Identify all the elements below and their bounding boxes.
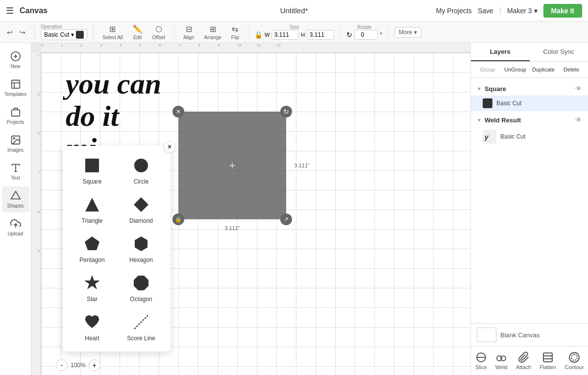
svg-marker-19: [134, 276, 148, 290]
shape-triangle[interactable]: Triangle: [71, 193, 114, 226]
lock-aspect-icon[interactable]: 🔒: [254, 31, 263, 39]
contour-tool[interactable]: Contour: [561, 350, 588, 372]
right-panel-bottom: Blank Canvas: [471, 323, 588, 346]
resize-handle[interactable]: ↗: [280, 213, 292, 225]
shape-pentagon[interactable]: Pentagon: [71, 232, 114, 265]
octagon-icon: [131, 273, 151, 293]
ungroup-button[interactable]: UnGroup: [502, 65, 528, 74]
svg-rect-26: [543, 353, 552, 362]
contour-label: Contour: [564, 364, 584, 370]
slice-tool[interactable]: Slice: [471, 350, 491, 372]
right-panel: Layers Color Sync Group UnGroup Duplicat…: [470, 43, 588, 375]
separator3: [174, 26, 174, 38]
arrange-button[interactable]: ⊞ Arrange: [201, 23, 224, 42]
chevron-down-icon: ▾: [71, 31, 74, 38]
ruler-tick: 3: [38, 92, 40, 96]
eye-icon[interactable]: 👁: [575, 85, 582, 93]
sidebar-item-text[interactable]: Text: [2, 159, 29, 185]
pentagon-icon: [82, 234, 102, 254]
right-panel-tabs: Layers Color Sync: [471, 43, 588, 62]
separator4: [248, 26, 248, 38]
more-button[interactable]: More ▾: [394, 27, 421, 38]
shape-scoreline[interactable]: Score Line: [120, 310, 163, 344]
shape-star[interactable]: Star: [71, 271, 114, 305]
ruler-left: 1 3 5 7 8 9: [31, 53, 41, 375]
separator6: [388, 26, 389, 38]
blank-canvas-label: Blank Canvas: [500, 331, 539, 339]
align-icon: ⊟: [186, 24, 192, 34]
sidebar-item-upload[interactable]: Upload: [2, 214, 29, 240]
eye-icon-2[interactable]: 👁: [575, 116, 582, 124]
shape-circle[interactable]: Circle: [120, 154, 163, 187]
save-button[interactable]: Save: [478, 7, 493, 15]
my-projects-button[interactable]: My Projects: [436, 7, 472, 15]
size-label: Size: [290, 24, 299, 30]
menu-button[interactable]: ☰: [6, 5, 14, 16]
weld-tool[interactable]: Weld: [491, 350, 512, 372]
tab-layers[interactable]: Layers: [471, 43, 530, 61]
triangle-icon: [82, 195, 102, 214]
topbar-right: My Projects Save | Maker 3 ▾ Make It: [436, 4, 582, 18]
sidebar-item-projects[interactable]: Projects: [2, 103, 29, 129]
select-all-button[interactable]: ⊞ Select All: [99, 23, 125, 42]
layer-group-square-header[interactable]: ▼ Square 👁: [471, 82, 588, 95]
canvas-container[interactable]: 0 1 2 3 4 5 6 7 8 9 10 11 12 1 3 5 7 8: [31, 43, 470, 375]
shape-square[interactable]: Square: [71, 154, 114, 187]
flatten-label: Flatten: [539, 364, 556, 370]
offset-button[interactable]: ⬡ Offset: [149, 23, 169, 42]
svg-marker-17: [135, 236, 147, 251]
layer-group-weld-name: Weld Result: [485, 117, 572, 124]
shape-hexagon-label: Hexagon: [129, 257, 153, 263]
size-label-right: 3.111": [293, 162, 312, 169]
layer-item-weld-basiccut[interactable]: y Basic Cut: [471, 127, 588, 146]
shape-hexagon[interactable]: Hexagon: [120, 232, 163, 265]
toolbar: ↩ ↪ Operation Basic Cut ▾ ⊞ Select All ✏…: [0, 22, 588, 43]
layer-item-square-basiccut[interactable]: Basic Cut: [471, 95, 588, 111]
flatten-tool[interactable]: Flatten: [536, 350, 560, 372]
attach-icon: [518, 352, 530, 363]
sidebar-item-new[interactable]: New: [2, 47, 29, 73]
sidebar-item-templates-label: Templates: [4, 92, 27, 97]
ruler-tick: 4: [120, 43, 122, 47]
shape-heart[interactable]: Heart: [71, 310, 114, 344]
shape-circle-label: Circle: [134, 178, 149, 185]
collapse-arrow-icon-2: ▼: [477, 117, 482, 123]
tab-color-sync[interactable]: Color Sync: [530, 43, 588, 61]
redo-button[interactable]: ↪: [17, 26, 28, 38]
height-input[interactable]: [307, 30, 334, 40]
zoom-out-button[interactable]: -: [56, 359, 68, 371]
flip-button[interactable]: ⇆ Flip: [228, 23, 242, 42]
svg-marker-18: [84, 275, 100, 289]
svg-marker-16: [85, 236, 99, 250]
zoom-controls: - 100% +: [56, 359, 100, 371]
flatten-icon: [542, 352, 554, 363]
undo-button[interactable]: ↩: [4, 26, 16, 38]
sidebar-item-images[interactable]: Images: [2, 131, 29, 157]
align-button[interactable]: ⊟ Align: [180, 23, 197, 42]
width-input[interactable]: [271, 30, 299, 40]
operation-select[interactable]: Basic Cut ▾: [41, 29, 87, 40]
shapes-panel-close[interactable]: ✕: [164, 141, 175, 153]
sidebar-item-shapes[interactable]: Shapes: [2, 187, 29, 212]
shape-octagon[interactable]: Octagon: [120, 271, 163, 305]
shape-diamond[interactable]: Diamond: [120, 193, 163, 226]
svg-text:y: y: [484, 133, 489, 141]
left-sidebar: New Templates Projects Images Text Shape…: [0, 43, 31, 375]
size-inputs: 🔒 W H: [254, 30, 334, 40]
make-it-button[interactable]: Make It: [543, 4, 582, 18]
duplicate-button[interactable]: Duplicate: [530, 65, 557, 74]
delete-button[interactable]: Delete: [559, 65, 584, 74]
sidebar-item-templates[interactable]: Templates: [2, 75, 29, 101]
rotate-input[interactable]: [354, 30, 378, 40]
lock-handle[interactable]: 🔒: [172, 213, 184, 225]
scoreline-icon: [131, 312, 151, 332]
projects-icon: [10, 107, 21, 117]
edit-button[interactable]: ✏️ Edit: [130, 23, 146, 42]
sidebar-item-shapes-label: Shapes: [7, 203, 24, 209]
layer-group-weld-header[interactable]: ▼ Weld Result 👁: [471, 113, 588, 127]
machine-selector[interactable]: Maker 3 ▾: [507, 7, 538, 15]
group-button[interactable]: Group: [475, 65, 500, 74]
zoom-in-button[interactable]: +: [89, 359, 100, 371]
attach-tool[interactable]: Attach: [512, 350, 535, 372]
ruler-tick: 3: [100, 43, 102, 47]
